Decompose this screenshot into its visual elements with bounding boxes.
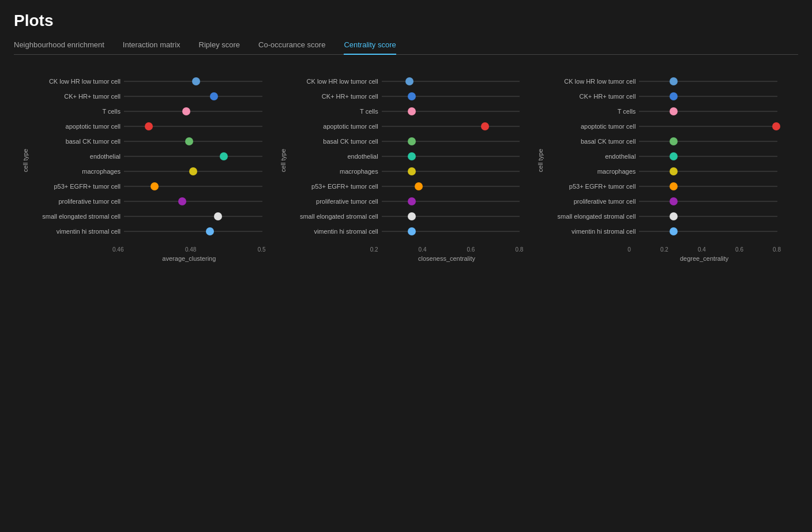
dot-line bbox=[382, 216, 520, 217]
x-tick: 0.4 bbox=[419, 246, 427, 253]
cell-type-label: CK low HR low tumor cell bbox=[31, 78, 121, 85]
dot-line bbox=[382, 126, 520, 127]
dot-line bbox=[124, 231, 262, 232]
data-dot bbox=[189, 167, 197, 175]
tab-cooccurance[interactable]: Co-occurance score bbox=[258, 40, 325, 55]
dot-row: CK low HR low tumor cell bbox=[31, 78, 266, 85]
tab-centrality[interactable]: Centrality score bbox=[344, 40, 396, 55]
dot-line bbox=[382, 111, 520, 112]
cell-type-label: endothelial bbox=[31, 153, 121, 160]
dot-line bbox=[382, 171, 520, 172]
dot-line bbox=[124, 81, 262, 82]
data-dot bbox=[772, 122, 780, 130]
data-dot bbox=[145, 122, 153, 130]
x-axis-label-chart3: degree_centrality bbox=[627, 255, 781, 262]
dot-row: vimentin hi stromal cell bbox=[546, 228, 781, 235]
dot-row: T cells bbox=[31, 108, 266, 115]
data-dot bbox=[214, 212, 222, 220]
data-dot bbox=[206, 227, 214, 235]
dot-line bbox=[382, 156, 520, 157]
dot-row: CK low HR low tumor cell bbox=[289, 78, 524, 85]
dot-row: apoptotic tumor cell bbox=[546, 123, 781, 130]
cell-type-label: macrophages bbox=[31, 168, 121, 175]
dot-row: CK low HR low tumor cell bbox=[546, 78, 781, 85]
dot-row: vimentin hi stromal cell bbox=[289, 228, 524, 235]
chart-panel-chart2: cell typeCK low HR low tumor cellCK+ HR+… bbox=[277, 72, 535, 298]
dot-line bbox=[124, 126, 262, 127]
dot-line bbox=[639, 141, 777, 142]
dot-row: p53+ EGFR+ tumor cell bbox=[31, 183, 266, 190]
tab-neighbourhood[interactable]: Neighbourhood enrichment bbox=[14, 40, 104, 55]
y-axis-label-chart1: cell type bbox=[22, 149, 29, 172]
dot-row: endothelial bbox=[546, 153, 781, 160]
y-axis-col-chart2: cell type bbox=[277, 78, 289, 243]
cell-type-label: CK low HR low tumor cell bbox=[289, 78, 378, 85]
data-dot bbox=[192, 77, 200, 85]
dot-row: p53+ EGFR+ tumor cell bbox=[289, 183, 524, 190]
cell-type-label: T cells bbox=[289, 108, 378, 115]
x-tick: 0 bbox=[627, 246, 631, 253]
tab-interaction[interactable]: Interaction matrix bbox=[123, 40, 181, 55]
dot-line bbox=[382, 186, 520, 187]
dot-row: T cells bbox=[289, 108, 524, 115]
dot-line bbox=[639, 231, 777, 232]
cell-type-label: basal CK tumor cell bbox=[546, 138, 636, 145]
cell-type-label: apoptotic tumor cell bbox=[31, 123, 121, 130]
data-dot bbox=[408, 107, 416, 115]
data-dot bbox=[408, 137, 416, 145]
dot-line bbox=[382, 201, 520, 202]
x-tick: 0.8 bbox=[773, 246, 781, 253]
dot-line bbox=[124, 111, 262, 112]
dot-line bbox=[124, 156, 262, 157]
dot-row: macrophages bbox=[546, 168, 781, 175]
x-axis-chart1: 0.460.480.5average_clustering bbox=[112, 246, 266, 264]
dot-row: apoptotic tumor cell bbox=[31, 123, 266, 130]
cell-type-label: apoptotic tumor cell bbox=[546, 123, 636, 130]
tab-ripley[interactable]: Ripley score bbox=[199, 40, 240, 55]
cell-type-label: endothelial bbox=[289, 153, 378, 160]
x-axis-label-chart2: closeness_centrality bbox=[370, 255, 524, 262]
dot-line bbox=[639, 96, 777, 97]
chart-panel-chart1: cell typeCK low HR low tumor cellCK+ HR+… bbox=[20, 72, 277, 298]
cell-type-label: CK+ HR+ tumor cell bbox=[31, 93, 121, 100]
dot-row: vimentin hi stromal cell bbox=[31, 228, 266, 235]
cell-type-label: small elongated stromal cell bbox=[289, 213, 378, 220]
cell-type-label: CK low HR low tumor cell bbox=[546, 78, 636, 85]
dot-row: CK+ HR+ tumor cell bbox=[31, 93, 266, 100]
dot-row: macrophages bbox=[289, 168, 524, 175]
dot-row: T cells bbox=[546, 108, 781, 115]
dot-line bbox=[382, 231, 520, 232]
dot-row: macrophages bbox=[31, 168, 266, 175]
dot-line bbox=[639, 216, 777, 217]
cell-type-label: vimentin hi stromal cell bbox=[546, 228, 636, 235]
y-axis-col-chart1: cell type bbox=[20, 78, 31, 243]
dot-row: endothelial bbox=[31, 153, 266, 160]
cell-type-label: vimentin hi stromal cell bbox=[289, 228, 378, 235]
dot-row: CK+ HR+ tumor cell bbox=[289, 93, 524, 100]
data-dot bbox=[408, 212, 416, 220]
cell-type-label: endothelial bbox=[546, 153, 636, 160]
data-dot bbox=[670, 227, 678, 235]
cell-type-label: vimentin hi stromal cell bbox=[31, 228, 121, 235]
rows-container-chart3: CK low HR low tumor cellCK+ HR+ tumor ce… bbox=[546, 78, 781, 243]
data-dot bbox=[408, 227, 416, 235]
chart-panel-chart3: cell typeCK low HR low tumor cellCK+ HR+… bbox=[535, 72, 792, 298]
cell-type-label: basal CK tumor cell bbox=[289, 138, 378, 145]
cell-type-label: T cells bbox=[546, 108, 636, 115]
data-dot bbox=[185, 137, 193, 145]
x-axis-label-chart1: average_clustering bbox=[112, 255, 266, 262]
x-tick: 0.5 bbox=[258, 246, 266, 253]
cell-type-label: proliferative tumor cell bbox=[31, 198, 121, 205]
data-dot bbox=[408, 197, 416, 205]
y-axis-label-chart3: cell type bbox=[537, 149, 544, 172]
dot-row: basal CK tumor cell bbox=[546, 138, 781, 145]
y-axis-label-chart2: cell type bbox=[280, 149, 287, 172]
rows-container-chart1: CK low HR low tumor cellCK+ HR+ tumor ce… bbox=[31, 78, 266, 243]
dot-line bbox=[382, 141, 520, 142]
data-dot bbox=[670, 92, 678, 100]
dot-line bbox=[124, 186, 262, 187]
dot-line bbox=[382, 81, 520, 82]
cell-type-label: p53+ EGFR+ tumor cell bbox=[31, 183, 121, 190]
cell-type-label: proliferative tumor cell bbox=[546, 198, 636, 205]
page-title: Plots bbox=[14, 12, 798, 30]
